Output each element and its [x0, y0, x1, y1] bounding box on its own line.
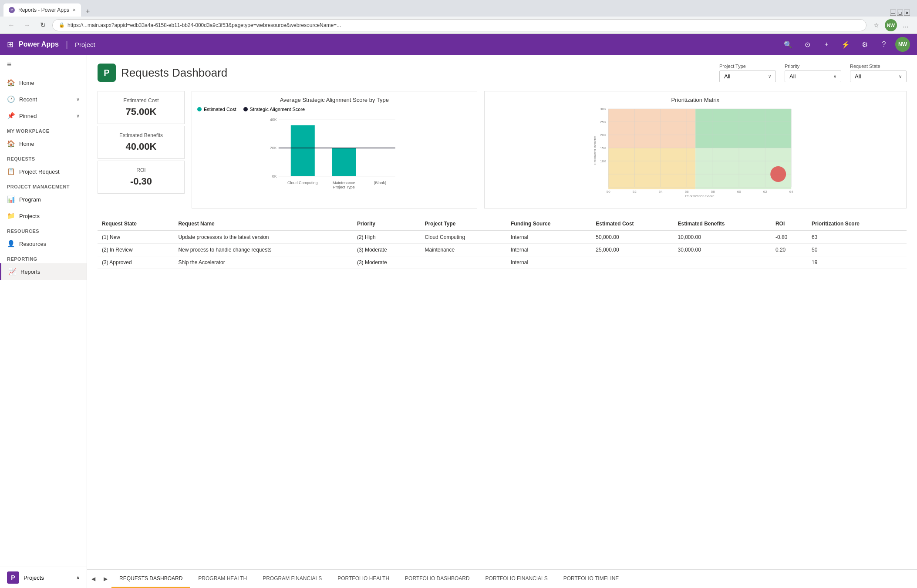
- svg-text:0K: 0K: [272, 174, 277, 178]
- project-type-select[interactable]: All ∨: [719, 71, 776, 82]
- col-roi: ROI: [771, 217, 807, 231]
- recent-arrow: ∨: [76, 97, 80, 102]
- dashboard-icon: P: [98, 64, 116, 82]
- svg-text:64: 64: [789, 190, 793, 194]
- sidebar-item-pinned[interactable]: 📌 Pinned ∨: [0, 108, 87, 124]
- bottom-tab-3[interactable]: PORTFOLIO HEALTH: [330, 570, 397, 588]
- bottom-tab-1[interactable]: PROGRAM HEALTH: [190, 570, 255, 588]
- bottom-tab-5[interactable]: PORTFOLIO FINANCIALS: [478, 570, 556, 588]
- profile-icon[interactable]: NW: [885, 19, 897, 31]
- sidebar-item-program[interactable]: 📊 Program: [0, 191, 87, 208]
- close-button[interactable]: ✕: [904, 10, 910, 16]
- kpi-roi-label: ROI: [105, 167, 177, 173]
- cell-priority: (3) Moderate: [353, 244, 421, 256]
- kpi-roi-value: -0.30: [105, 176, 177, 187]
- svg-text:20K: 20K: [270, 146, 277, 150]
- address-bar[interactable]: 🔒 https://...main.aspx?appid=edb33a4a-61…: [52, 19, 866, 31]
- new-tab-button[interactable]: +: [83, 6, 93, 17]
- filters-row: Project Type All ∨ Priority All ∨: [719, 64, 907, 82]
- dashboard-title-area: P Requests Dashboard: [98, 64, 227, 82]
- sidebar-item-recent[interactable]: 🕐 Recent ∨: [0, 91, 87, 108]
- data-table-container: Request State Request Name Priority Proj…: [98, 217, 907, 269]
- request-state-arrow: ∨: [899, 74, 902, 79]
- filter-icon[interactable]: ⚡: [838, 37, 853, 52]
- bottom-tab-6[interactable]: PORTFOLIO TIMELINE: [556, 570, 627, 588]
- priority-select[interactable]: All ∨: [785, 71, 841, 82]
- minimize-button[interactable]: —: [890, 10, 896, 16]
- col-estimated-cost: Estimated Cost: [591, 217, 673, 231]
- sidebar-item-my-workplace-home[interactable]: 🏠 Home: [0, 135, 87, 152]
- cell-request_name: New process to handle change requests: [174, 244, 353, 256]
- svg-text:Maintenance: Maintenance: [333, 181, 355, 185]
- browser-nav: ← → ↻ 🔒 https://...main.aspx?appid=edb33…: [0, 17, 917, 34]
- avatar[interactable]: NW: [895, 37, 910, 52]
- cell-prioritization_score: 19: [807, 256, 907, 269]
- home-icon: 🏠: [7, 79, 15, 87]
- sidebar-home-label: Home: [19, 80, 80, 86]
- sidebar-resources-label: Resources: [19, 241, 80, 247]
- active-tab[interactable]: P Reports - Power Apps ×: [3, 3, 81, 17]
- recent-icon: 🕐: [7, 95, 15, 103]
- sidebar-item-project-request[interactable]: 📋 Project Request: [0, 163, 87, 180]
- refresh-button[interactable]: ↻: [37, 19, 49, 31]
- col-project-type: Project Type: [420, 217, 506, 231]
- cell-roi: [771, 256, 807, 269]
- svg-text:54: 54: [658, 190, 662, 194]
- waffle-icon[interactable]: ⊞: [7, 40, 13, 49]
- cell-request_name: Update processors to the latest version: [174, 231, 353, 244]
- search-icon[interactable]: 🔍: [780, 37, 796, 52]
- project-request-icon: 📋: [7, 168, 15, 175]
- more-icon[interactable]: …: [900, 19, 912, 31]
- nav-actions: ☆ NW …: [870, 19, 912, 31]
- request-state-select[interactable]: All ∨: [850, 71, 907, 82]
- sidebar-project-request-label: Project Request: [19, 168, 80, 175]
- cell-prioritization_score: 63: [807, 231, 907, 244]
- app-container: ⊞ Power Apps | Project 🔍 ⊙ + ⚡ ⚙ ? NW ≡ …: [0, 34, 917, 588]
- svg-text:60: 60: [737, 190, 741, 194]
- pinned-arrow: ∨: [76, 113, 80, 119]
- svg-text:Estimated Benefits: Estimated Benefits: [593, 136, 597, 165]
- bottom-tab-4[interactable]: PORTFOLIO DASHBOARD: [397, 570, 477, 588]
- forward-button[interactable]: →: [21, 19, 33, 31]
- settings-icon[interactable]: ⚙: [857, 37, 873, 52]
- tab-close-button[interactable]: ×: [73, 7, 76, 13]
- col-estimated-benefits: Estimated Benefits: [673, 217, 771, 231]
- table-row[interactable]: (1) NewUpdate processors to the latest v…: [98, 231, 907, 244]
- cell-request_name: Ship the Accelerator: [174, 256, 353, 269]
- sidebar-item-home[interactable]: 🏠 Home: [0, 74, 87, 91]
- request-state-label: Request State: [850, 64, 907, 69]
- bottom-tab-2[interactable]: PROGRAM FINANCIALS: [255, 570, 330, 588]
- matrix-chart-title: Prioritization Matrix: [490, 97, 901, 103]
- filter-request-state: Request State All ∨: [850, 64, 907, 82]
- back-button[interactable]: ←: [5, 19, 17, 31]
- footer-label: Projects: [24, 575, 44, 581]
- data-table: Request State Request Name Priority Proj…: [98, 217, 907, 269]
- svg-text:Project Type: Project Type: [333, 185, 355, 189]
- cell-roi: 0.20: [771, 244, 807, 256]
- svg-text:Prioritization Score: Prioritization Score: [685, 194, 715, 198]
- bar-chart-container: Average Strategic Alignment Score by Typ…: [192, 91, 477, 208]
- help-icon[interactable]: ?: [876, 37, 892, 52]
- bottom-tab-0[interactable]: REQUESTS DASHBOARD: [111, 570, 190, 588]
- project-type-value: All: [724, 73, 730, 80]
- add-icon[interactable]: +: [819, 37, 834, 52]
- resources-icon: 👤: [7, 240, 15, 248]
- sidebar-item-reports[interactable]: 📈 Reports: [0, 263, 87, 280]
- table-row[interactable]: (2) In ReviewNew process to handle chang…: [98, 244, 907, 256]
- table-row[interactable]: (3) ApprovedShip the Accelerator(3) Mode…: [98, 256, 907, 269]
- dashboard-body: P Requests Dashboard Project Type All ∨: [87, 55, 917, 569]
- recent-icon[interactable]: ⊙: [799, 37, 815, 52]
- sidebar-toggle[interactable]: ≡: [0, 55, 87, 74]
- cell-roi: -0.80: [771, 231, 807, 244]
- favorites-icon[interactable]: ☆: [870, 19, 882, 31]
- sidebar-item-projects[interactable]: 📁 Projects: [0, 208, 87, 224]
- my-workplace-section: My Workplace: [0, 124, 87, 135]
- pinned-icon: 📌: [7, 112, 15, 120]
- sidebar-item-resources[interactable]: 👤 Resources: [0, 235, 87, 252]
- sidebar-footer[interactable]: P Projects ∧: [0, 567, 87, 588]
- project-type-arrow: ∨: [768, 74, 771, 79]
- tab-prev-button[interactable]: ◀: [87, 570, 99, 588]
- bar-chart-svg: 40K 20K 0K: [197, 114, 472, 202]
- maximize-button[interactable]: ◻: [897, 10, 903, 16]
- tab-next-button[interactable]: ▶: [99, 570, 111, 588]
